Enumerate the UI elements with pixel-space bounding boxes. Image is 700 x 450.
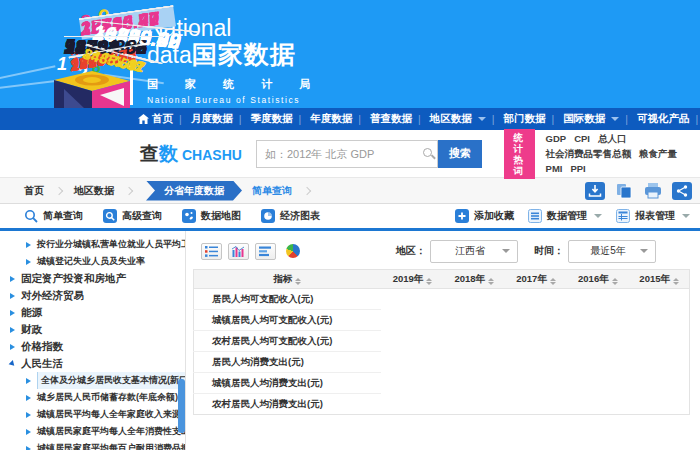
- print-icon[interactable]: [643, 182, 663, 200]
- breadcrumb: 首页 地区数据 分省年度数据 简单查询: [0, 177, 700, 204]
- hot-word-retail[interactable]: 社会消费品零售总额: [546, 148, 632, 161]
- report-management-button[interactable]: 报表管理: [616, 209, 690, 223]
- query-toolbar: 简单查询 高级查询 数据地图 经济图表 添加收藏 数据管理: [0, 204, 700, 228]
- triangle-icon: [10, 310, 15, 316]
- share-icon[interactable]: [672, 182, 692, 200]
- chashu-en: CHASHU: [182, 147, 242, 163]
- nav-item-international[interactable]: 国际数据: [545, 112, 619, 126]
- tree-item-private-wages[interactable]: 按行业分城镇私营单位就业人员平均工资: [0, 236, 185, 253]
- breadcrumb-regional-data[interactable]: 地区数据: [74, 184, 114, 198]
- breadcrumb-provincial-annual[interactable]: 分省年度数据: [146, 181, 242, 201]
- tree-item-urban-income-source[interactable]: 城镇居民平均每人全年家庭收入来源: [0, 406, 185, 423]
- national-data-page: 9 8 7 5 3 4 1 6 2 National data国家数据 国 家 …: [0, 0, 700, 450]
- row-label: 城镇居民人均可支配收入(元): [194, 310, 381, 331]
- copy-icon[interactable]: [614, 182, 634, 200]
- sort-icon: [295, 278, 301, 285]
- hot-word-cpi[interactable]: CPI: [574, 133, 590, 146]
- download-icon[interactable]: [585, 182, 605, 200]
- tree-item-urban-consumption[interactable]: 城镇居民家庭平均每人全年消费性支出: [0, 423, 185, 440]
- add-favorite-button[interactable]: 添加收藏: [455, 209, 514, 223]
- sort-icon: [612, 278, 618, 285]
- pie-chart-icon: [286, 244, 300, 258]
- chevron-right-icon: [55, 186, 63, 194]
- nav-item-census[interactable]: 普查数据: [352, 112, 412, 126]
- toolbar-right: 添加收藏 数据管理 报表管理: [441, 209, 690, 223]
- tree-item-savings[interactable]: 城乡居民人民币储蓄存款(年底余额): [0, 389, 185, 406]
- triangle-icon: [9, 360, 17, 368]
- column-chart-view-button[interactable]: [228, 243, 249, 260]
- data-management-button[interactable]: 数据管理: [528, 209, 602, 223]
- nav-item-annual[interactable]: 年度数据: [292, 112, 352, 126]
- tree-item-foreign-trade[interactable]: 对外经济贸易: [0, 287, 185, 304]
- column-header-2017[interactable]: 2017年: [504, 270, 566, 289]
- data-map-label: 数据地图: [201, 209, 241, 223]
- triangle-icon: [26, 378, 31, 384]
- sort-icon: [550, 278, 556, 285]
- nav-item-regional[interactable]: 地区数据: [412, 112, 486, 126]
- bar-chart-view-button[interactable]: [255, 243, 276, 260]
- hot-word-grain[interactable]: 粮食产量: [639, 148, 677, 161]
- nav-item-quarterly[interactable]: 季度数据: [233, 112, 293, 126]
- nav-item-publications[interactable]: 出版物: [689, 112, 700, 126]
- data-table: 指标 2019年 2018年 2017年 2016年 2015年 居民人均可支配…: [193, 269, 690, 415]
- nav-item-monthly[interactable]: 月度数据: [173, 112, 233, 126]
- table-row: 城镇居民人均消费支出(元) 22714.27 20760.02 19244.46…: [194, 373, 690, 394]
- breadcrumb-home[interactable]: 首页: [24, 184, 44, 198]
- tree-item-fixed-assets[interactable]: 固定资产投资和房地产: [0, 270, 185, 287]
- column-header-2019[interactable]: 2019年: [381, 270, 443, 289]
- data-management-icon: [528, 209, 542, 223]
- region-label: 地区：: [396, 244, 426, 258]
- table-row: 农村居民人均可支配收入(元) 15796.29 14459.89 13241.8…: [194, 331, 690, 352]
- tree-item-people-livelihood[interactable]: 人民生活: [0, 355, 185, 372]
- chevron-down-icon: [682, 214, 690, 218]
- brand-subtitle-cn: 国 家 统 计 局: [147, 77, 322, 92]
- data-map-button[interactable]: 数据地图: [182, 209, 241, 223]
- report-management-icon: [616, 209, 630, 223]
- nav-item-home[interactable]: 首页: [138, 112, 173, 126]
- search-button[interactable]: 搜索: [438, 140, 482, 168]
- nav-item-label: 国际数据: [563, 112, 605, 126]
- tree-item-income-expenditure[interactable]: 全体及分城乡居民收支基本情况(新口径): [0, 372, 185, 389]
- hot-word-ppi[interactable]: PPI: [570, 163, 585, 174]
- tree-item-durable-goods[interactable]: 城镇居民家庭平均每百户耐用消费品拥有量: [0, 440, 185, 450]
- simple-query-button[interactable]: 简单查询: [24, 209, 83, 223]
- tree-item-price-index[interactable]: 价格指数: [0, 338, 185, 355]
- region-select[interactable]: 江西省: [430, 240, 518, 263]
- content-area: 按行业分城镇私营单位就业人员平均工资 城镇登记失业人员及失业率 固定资产投资和房…: [0, 231, 700, 450]
- sidebar-scrollbar[interactable]: [178, 379, 185, 433]
- table-row: 农村居民人均消费支出(元) 12496.71 10885.20 9870.38 …: [194, 394, 690, 415]
- tree-item-energy[interactable]: 能源: [0, 304, 185, 321]
- nav-item-departmental[interactable]: 部门数据: [486, 112, 546, 126]
- search-group: 搜索: [256, 140, 482, 168]
- table-row: 城镇居民人均可支配收入(元) 36545.90 33819.40 31198.0…: [194, 310, 690, 331]
- advanced-query-button[interactable]: 高级查询: [103, 209, 162, 223]
- hot-word-population[interactable]: 总人口: [598, 133, 627, 146]
- breadcrumb-simple-query[interactable]: 简单查询: [252, 184, 292, 198]
- column-header-indicator[interactable]: 指标: [194, 270, 381, 289]
- search-input[interactable]: [256, 140, 438, 168]
- region-value: 江西省: [438, 244, 502, 258]
- hot-words-list: GDP CPI 总人口 社会消费品零售总额 粮食产量 PMI PPI: [546, 133, 700, 174]
- data-management-label: 数据管理: [547, 209, 587, 223]
- hot-word-pmi[interactable]: PMI: [546, 163, 563, 174]
- tree-item-unemployment[interactable]: 城镇登记失业人员及失业率: [0, 253, 185, 270]
- column-header-2016[interactable]: 2016年: [566, 270, 628, 289]
- economic-charts-button[interactable]: 经济图表: [261, 209, 320, 223]
- row-label: 农村居民人均可支配收入(元): [194, 331, 381, 352]
- hot-word-gdp[interactable]: GDP: [546, 133, 567, 146]
- row-label: 居民人均消费支出(元): [194, 352, 381, 373]
- nav-item-label: 首页: [152, 112, 173, 126]
- row-label: 农村居民人均消费支出(元): [194, 394, 381, 415]
- tree-item-finance[interactable]: 财政: [0, 321, 185, 338]
- row-label: 城镇居民人均消费支出(元): [194, 373, 381, 394]
- column-header-2018[interactable]: 2018年: [442, 270, 504, 289]
- nav-item-visualization[interactable]: 可视化产品: [619, 112, 689, 126]
- triangle-icon: [10, 344, 15, 350]
- column-header-2015[interactable]: 2015年: [628, 270, 690, 289]
- map-icon: [182, 209, 196, 223]
- pie-chart-view-button[interactable]: [282, 243, 303, 260]
- time-select[interactable]: 最近5年: [568, 240, 656, 263]
- search-bar-section: 查数CHASHU 搜索 统计 热词 GDP CPI 总人口 社会消费品零售总额 …: [0, 130, 700, 177]
- table-view-button[interactable]: [201, 243, 222, 260]
- chevron-down-icon: [611, 117, 619, 121]
